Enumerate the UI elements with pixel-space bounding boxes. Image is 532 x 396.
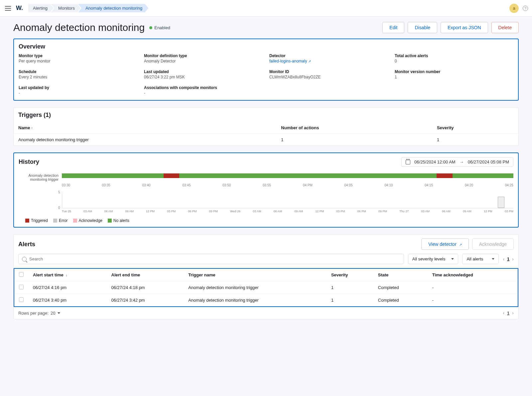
- alerts-panel: Alerts View detector ↗ Acknowledge All s…: [13, 234, 519, 319]
- timeline-bar[interactable]: [62, 173, 513, 178]
- triggers-title: Triggers (1): [14, 108, 518, 122]
- label-definition-type: Monitor definition type: [144, 53, 263, 58]
- value-associations: -: [144, 91, 263, 95]
- col-alert-ack[interactable]: Time acknowledged: [428, 269, 518, 281]
- range-from: 06/25/2024 12:00 AM: [414, 159, 456, 164]
- arrow-icon: →: [460, 159, 464, 164]
- overview-chart[interactable]: 5 0: [62, 192, 513, 208]
- triggers-panel: Triggers (1) Name↑ Number of actions Sev…: [13, 107, 519, 146]
- alert-trigger: Anomaly detection monitoring trigger: [184, 294, 327, 307]
- brush-selection[interactable]: [498, 197, 504, 208]
- breadcrumb-alerting[interactable]: Alerting: [28, 4, 54, 12]
- value-schedule: Every 2 minutes: [19, 75, 137, 79]
- label-schedule: Schedule: [19, 69, 137, 74]
- search-input[interactable]: [29, 256, 400, 261]
- label-associations: Associations with composite monitors: [144, 85, 263, 90]
- pager-next[interactable]: ›: [512, 310, 514, 316]
- label-detector: Detector: [269, 53, 388, 58]
- value-monitor-type: Per query monitor: [19, 59, 137, 63]
- calendar-icon: [406, 160, 410, 164]
- disable-button[interactable]: Disable: [408, 22, 437, 33]
- history-panel: History 06/25/2024 12:00 AM → 06/27/2024…: [13, 152, 519, 228]
- col-alert-end[interactable]: Alert end time: [107, 269, 184, 281]
- pager-prev[interactable]: ‹: [503, 256, 504, 262]
- alert-ack: -: [428, 294, 518, 307]
- col-alert-start[interactable]: Alert start time ↓: [28, 269, 107, 281]
- alert-row[interactable]: 06/27/24 3:40 pm06/27/24 3:42 pmAnomaly …: [14, 294, 518, 307]
- pager-current: 1: [507, 256, 509, 261]
- breadcrumb-monitors[interactable]: Monitors: [51, 4, 81, 12]
- acknowledge-button: Acknowledge: [472, 239, 514, 250]
- severity-filter[interactable]: All severity levels: [408, 254, 459, 264]
- hamburger-menu[interactable]: [4, 4, 12, 12]
- triggered-segment: [437, 173, 453, 178]
- chart-legend: Triggered Error Acknowledge No alerts: [19, 217, 513, 223]
- status-dot-icon: [149, 26, 152, 29]
- alert-end: 06/27/24 3:42 pm: [107, 294, 184, 307]
- alert-start: 06/27/24 3:40 pm: [28, 294, 107, 307]
- history-title: History: [19, 158, 39, 165]
- col-trigger-severity[interactable]: Severity: [432, 122, 518, 134]
- delete-button[interactable]: Delete: [491, 22, 519, 33]
- chevron-down-icon: [492, 258, 494, 260]
- col-trigger-name[interactable]: Name↑: [14, 122, 276, 134]
- alert-state: Completed: [373, 281, 428, 294]
- legend-swatch-noalerts: [108, 219, 112, 223]
- label-last-updated-by: Last updated by: [19, 85, 137, 90]
- alert-start: 06/27/24 4:16 pm: [28, 281, 107, 294]
- y-tick: 5: [58, 190, 60, 194]
- rows-per-page[interactable]: Rows per page: 20: [18, 311, 60, 316]
- alert-state: Completed: [373, 294, 428, 307]
- col-alert-state[interactable]: State: [373, 269, 428, 281]
- pager-current: 1: [507, 311, 509, 316]
- row-checkbox[interactable]: [19, 285, 24, 289]
- row-checkbox[interactable]: [19, 297, 24, 302]
- external-link-icon: ↗: [459, 243, 462, 247]
- state-filter[interactable]: All alerts: [462, 254, 499, 264]
- alerts-title: Alerts: [18, 241, 35, 248]
- range-to: 06/27/2024 05:08 PM: [468, 159, 509, 164]
- col-trigger-actions[interactable]: Number of actions: [276, 122, 432, 134]
- page-title: Anomaly detection monitoring: [13, 22, 145, 33]
- help-icon[interactable]: ?: [523, 6, 528, 11]
- label-last-updated: Last updated: [144, 69, 263, 74]
- label-version: Monitor version number: [395, 69, 513, 74]
- value-definition-type: Anomaly Detector: [144, 59, 263, 63]
- legend-swatch-error: [53, 219, 57, 223]
- timeline-ticks: 03:3003:3503:4003:4503:5003:5504 PM04:05…: [62, 183, 513, 187]
- search-icon: [22, 257, 27, 261]
- select-all-checkbox[interactable]: [19, 272, 24, 277]
- trigger-row[interactable]: Anomaly detection monitoring trigger 1 1: [14, 134, 518, 146]
- sort-asc-icon: ↑: [31, 126, 33, 130]
- value-monitor-id: CLWmWZABx8u8FbayO2ZE: [269, 75, 388, 79]
- detector-link[interactable]: failed-logins-anomaly: [269, 59, 307, 63]
- breadcrumb: Alerting Monitors Anomaly detection moni…: [28, 4, 148, 12]
- alert-severity: 1: [327, 294, 373, 307]
- date-range-picker[interactable]: 06/25/2024 12:00 AM → 06/27/2024 05:08 P…: [401, 157, 513, 167]
- col-alert-trigger[interactable]: Trigger name: [184, 269, 327, 281]
- logo: W.: [16, 5, 23, 12]
- view-detector-button[interactable]: View detector ↗: [421, 239, 468, 250]
- label-total-active: Total active alerts: [395, 53, 513, 58]
- pager-next[interactable]: ›: [512, 256, 514, 262]
- chevron-down-icon: [451, 258, 454, 260]
- export-json-button[interactable]: Export as JSON: [441, 22, 488, 33]
- legend-swatch-ack: [73, 219, 77, 223]
- value-version: 1: [395, 75, 513, 79]
- value-last-updated: 06/27/24 3:22 pm MSK: [144, 75, 263, 79]
- edit-button[interactable]: Edit: [382, 22, 404, 33]
- alert-ack: -: [428, 281, 518, 294]
- trigger-severity: 1: [432, 134, 518, 146]
- label-monitor-id: Monitor ID: [269, 69, 388, 74]
- chevron-down-icon: [58, 312, 60, 314]
- avatar[interactable]: a: [509, 4, 519, 13]
- trigger-name: Anomaly detection monitoring trigger: [14, 134, 276, 146]
- alert-trigger: Anomaly detection monitoring trigger: [184, 281, 327, 294]
- status-badge: Enabled: [149, 25, 170, 30]
- overview-title: Overview: [14, 39, 518, 53]
- alert-row[interactable]: 06/27/24 4:16 pm06/27/24 4:18 pmAnomaly …: [14, 281, 518, 294]
- pager-prev[interactable]: ‹: [503, 310, 504, 316]
- col-alert-severity[interactable]: Severity: [327, 269, 373, 281]
- alert-end: 06/27/24 4:18 pm: [107, 281, 184, 294]
- search-input-wrapper[interactable]: [18, 254, 404, 264]
